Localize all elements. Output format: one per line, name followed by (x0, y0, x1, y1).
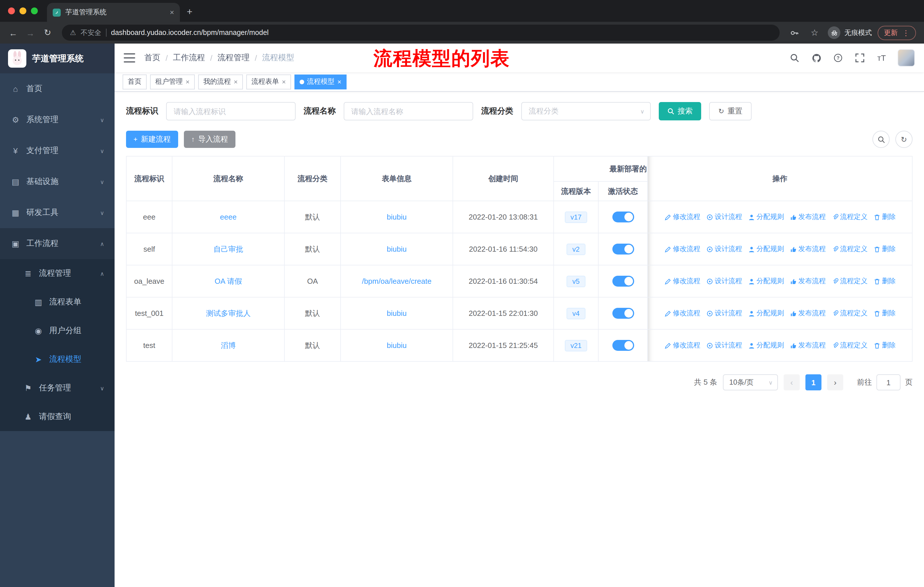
design-process-link[interactable]: 设计流程 (706, 212, 742, 222)
sidebar-item-process-form[interactable]: ▥ 流程表单 (0, 288, 115, 316)
process-name-link[interactable]: 测试多审批人 (206, 308, 251, 318)
active-toggle[interactable] (612, 244, 634, 255)
modify-process-link[interactable]: 修改流程 (664, 341, 700, 350)
tab-close-icon[interactable]: × (170, 8, 174, 17)
process-definition-link[interactable]: 流程定义 (832, 308, 868, 318)
sidebar-item-devtools[interactable]: ▦ 研发工具 ∨ (0, 197, 115, 228)
process-name-link[interactable]: OA 请假 (214, 276, 242, 286)
tag-process-form[interactable]: 流程表单 × (246, 74, 291, 89)
page-size-select[interactable]: 10条/页 ∨ (723, 374, 778, 390)
process-definition-link[interactable]: 流程定义 (832, 276, 868, 286)
sidebar-item-process-model[interactable]: ➤ 流程模型 (0, 345, 115, 374)
assign-rule-link[interactable]: 分配规则 (748, 341, 784, 350)
breadcrumb-workflow[interactable]: 工作流程 (173, 53, 205, 63)
tag-my-process[interactable]: 我的流程 × (198, 74, 243, 89)
back-button[interactable]: ← (6, 25, 21, 40)
form-info-link[interactable]: biubiu (387, 213, 406, 221)
form-info-link[interactable]: /bpm/oa/leave/create (362, 277, 432, 286)
font-size-icon[interactable]: тT (876, 52, 887, 64)
modify-process-link[interactable]: 修改流程 (664, 276, 700, 286)
hamburger-toggle[interactable] (124, 53, 135, 63)
import-process-button[interactable]: ↑ 导入流程 (184, 131, 236, 148)
goto-page-input[interactable] (876, 374, 901, 390)
active-toggle[interactable] (612, 340, 634, 351)
update-button[interactable]: 更新 ⋮ (878, 25, 916, 40)
design-process-link[interactable]: 设计流程 (706, 276, 742, 286)
delete-link[interactable]: 删除 (873, 308, 896, 318)
process-key-input[interactable] (166, 102, 295, 121)
window-zoom-button[interactable] (31, 7, 38, 14)
active-toggle[interactable] (612, 212, 634, 222)
assign-rule-link[interactable]: 分配规则 (748, 212, 784, 222)
process-definition-link[interactable]: 流程定义 (832, 244, 868, 254)
assign-rule-link[interactable]: 分配规则 (748, 276, 784, 286)
close-icon[interactable]: × (337, 78, 342, 86)
prev-page-button[interactable]: ‹ (784, 374, 800, 390)
sidebar-item-payment[interactable]: ¥ 支付管理 ∨ (0, 135, 115, 166)
forward-button[interactable]: → (23, 25, 38, 40)
publish-process-link[interactable]: 发布流程 (790, 341, 826, 350)
process-name-link[interactable]: 自己审批 (213, 244, 243, 254)
key-icon[interactable] (787, 25, 802, 40)
window-minimize-button[interactable] (20, 7, 26, 14)
form-info-link[interactable]: biubiu (387, 341, 406, 350)
close-icon[interactable]: × (186, 78, 190, 86)
sidebar-item-user-group[interactable]: ◉ 用户分组 (0, 316, 115, 345)
new-tab-button[interactable]: + (187, 6, 193, 18)
delete-link[interactable]: 删除 (873, 341, 896, 350)
breadcrumb-process-management[interactable]: 流程管理 (218, 53, 250, 63)
browser-tab[interactable]: 芋道管理系统 × (47, 3, 180, 22)
menu-dots-icon[interactable]: ⋮ (902, 28, 910, 37)
reset-button[interactable]: ↻ 重置 (709, 102, 752, 121)
active-toggle[interactable] (612, 276, 634, 287)
delete-link[interactable]: 删除 (873, 244, 896, 254)
design-process-link[interactable]: 设计流程 (706, 244, 742, 254)
assign-rule-link[interactable]: 分配规则 (748, 308, 784, 318)
assign-rule-link[interactable]: 分配规则 (748, 244, 784, 254)
search-icon[interactable] (789, 52, 800, 64)
process-definition-link[interactable]: 流程定义 (832, 341, 868, 350)
breadcrumb-home[interactable]: 首页 (144, 53, 160, 63)
publish-process-link[interactable]: 发布流程 (790, 244, 826, 254)
sidebar-item-leave-query[interactable]: ♟ 请假查询 (0, 402, 115, 431)
tag-home[interactable]: 首页 (122, 74, 147, 89)
category-select[interactable]: 流程分类 ∨ (521, 102, 651, 121)
search-button[interactable]: 搜索 (659, 102, 701, 121)
design-process-link[interactable]: 设计流程 (706, 341, 742, 350)
help-icon[interactable]: ? (832, 52, 844, 64)
github-icon[interactable] (810, 52, 822, 64)
sidebar-item-task-management[interactable]: ⚑ 任务管理 ∨ (0, 374, 115, 402)
user-avatar[interactable] (898, 49, 915, 66)
process-name-link[interactable]: eeee (220, 213, 237, 221)
modify-process-link[interactable]: 修改流程 (664, 212, 700, 222)
delete-link[interactable]: 删除 (873, 276, 896, 286)
active-toggle[interactable] (612, 308, 634, 319)
refresh-table-button[interactable]: ↻ (895, 131, 912, 148)
close-icon[interactable]: × (282, 78, 286, 86)
close-icon[interactable]: × (234, 78, 238, 86)
window-close-button[interactable] (8, 7, 15, 14)
modify-process-link[interactable]: 修改流程 (664, 308, 700, 318)
page-number-button[interactable]: 1 (805, 374, 822, 390)
tag-tenant-management[interactable]: 租户管理 × (150, 74, 195, 89)
publish-process-link[interactable]: 发布流程 (790, 276, 826, 286)
sidebar-item-system[interactable]: ⚙ 系统管理 ∨ (0, 104, 115, 135)
sidebar-item-infrastructure[interactable]: ▤ 基础设施 ∨ (0, 166, 115, 197)
sidebar-item-workflow[interactable]: ▣ 工作流程 ∧ (0, 228, 115, 259)
process-name-link[interactable]: 滔博 (221, 340, 236, 351)
show-search-button[interactable] (873, 131, 889, 148)
design-process-link[interactable]: 设计流程 (706, 308, 742, 318)
sidebar-item-process-management[interactable]: ≣ 流程管理 ∧ (0, 259, 115, 288)
reload-button[interactable]: ↻ (40, 25, 55, 40)
process-definition-link[interactable]: 流程定义 (832, 212, 868, 222)
publish-process-link[interactable]: 发布流程 (790, 212, 826, 222)
tag-process-model[interactable]: 流程模型 × (294, 74, 346, 89)
fullscreen-icon[interactable] (854, 52, 866, 64)
modify-process-link[interactable]: 修改流程 (664, 244, 700, 254)
create-process-button[interactable]: + 新建流程 (126, 131, 178, 148)
sidebar-item-home[interactable]: ⌂ 首页 (0, 73, 115, 104)
publish-process-link[interactable]: 发布流程 (790, 308, 826, 318)
next-page-button[interactable]: › (827, 374, 843, 390)
address-bar[interactable]: ⚠ 不安全 dashboard.yudao.iocoder.cn/bpm/man… (62, 25, 780, 41)
star-icon[interactable]: ☆ (807, 25, 822, 40)
